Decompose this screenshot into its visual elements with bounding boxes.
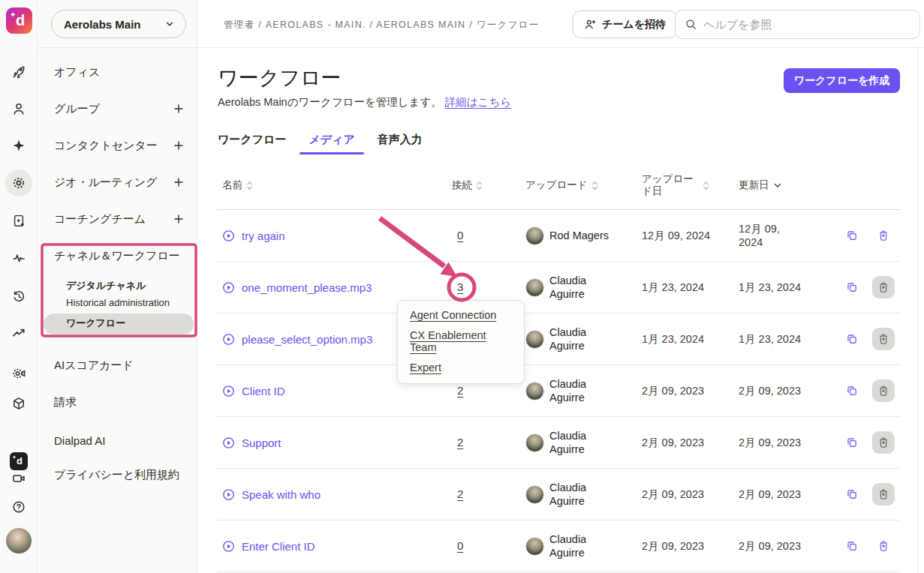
duplicate-button[interactable] (841, 224, 863, 247)
media-name-link[interactable]: Speak with who (242, 488, 321, 501)
org-name: Aerolabs Main (64, 18, 164, 31)
user-icon[interactable] (11, 101, 26, 116)
activity-pulse-icon[interactable] (11, 250, 26, 266)
sparkle-icon: ✦ (12, 454, 17, 460)
org-selector[interactable]: Aerolabs Main (51, 10, 186, 38)
delete-button-disabled (872, 483, 895, 506)
updated-date: 1月 23, 2024 (739, 280, 801, 294)
connections-link[interactable]: 3 (457, 280, 463, 293)
delete-button[interactable] (872, 535, 895, 557)
invite-team-button[interactable]: チームを招待 (573, 10, 677, 38)
sidebar-item-ai-scorecards[interactable]: AIスコアカード (38, 352, 197, 378)
sidebar-item-contact-center[interactable]: コンタクトセンター (38, 133, 197, 158)
duplicate-button[interactable] (841, 431, 863, 454)
breadcrumb: 管理者 / AEROLABS - MAIN. / AEROLABS MAIN /… (224, 19, 540, 32)
column-header-connections[interactable]: 接続 (432, 178, 492, 192)
copy-icon (845, 539, 859, 553)
play-icon[interactable] (222, 436, 235, 449)
duplicate-button[interactable] (841, 380, 863, 402)
help-icon[interactable] (11, 500, 26, 514)
sidebar-item-groups[interactable]: グループ (38, 96, 197, 122)
play-icon[interactable] (222, 333, 235, 346)
history-clock-icon[interactable] (11, 289, 26, 304)
sparkle-nav-icon[interactable] (11, 138, 26, 153)
column-header-upload-date[interactable]: アップロード日 (637, 173, 739, 197)
connections-link[interactable]: 2 (457, 436, 463, 448)
column-header-updated[interactable]: 更新日 (739, 178, 827, 192)
play-icon[interactable] (222, 281, 235, 294)
play-icon[interactable] (222, 540, 235, 553)
user-avatar[interactable] (6, 528, 32, 554)
connections-link[interactable]: 2 (457, 384, 463, 397)
media-name-link[interactable]: please_select_option.mp3 (242, 333, 372, 346)
plus-icon[interactable] (173, 214, 184, 224)
plus-icon[interactable] (173, 140, 184, 151)
coaching-playbook-icon[interactable] (11, 213, 26, 228)
table-row: please_select_option.mp3 Claudia Aguirre… (217, 314, 900, 365)
media-name-link[interactable]: Client ID (242, 385, 285, 398)
upload-date: 2月 09, 2023 (642, 436, 704, 448)
play-icon[interactable] (222, 488, 235, 501)
sidebar-item-geo-routing[interactable]: ジオ・ルーティング (38, 170, 197, 195)
trash-icon (877, 539, 890, 553)
scrollbar-track[interactable] (917, 0, 918, 573)
create-workflow-button[interactable]: ワークフローを作成 (784, 68, 900, 93)
sidebar-subitem-historical-administration[interactable]: Historical administration (38, 297, 197, 308)
tab-bar: ワークフロー メディア 音声入力 (218, 133, 423, 154)
sidebar-item-channels-workflows[interactable]: チャネル＆ワークフロー (38, 243, 197, 268)
video-camera-icon[interactable] (11, 471, 26, 486)
media-name-link[interactable]: Support (242, 436, 281, 449)
tab-media[interactable]: メディア (309, 133, 354, 154)
tab-voice-input[interactable]: 音声入力 (378, 133, 423, 154)
connections-link[interactable]: 0 (457, 539, 463, 552)
uploader-name: Claudia Aguirre (549, 532, 612, 560)
sidebar-item-billing[interactable]: 請求 (38, 389, 197, 415)
rocket-icon[interactable] (11, 64, 26, 80)
dialpad-logo[interactable]: ✦ d (6, 8, 32, 34)
media-name-link[interactable]: one_moment_please.mp3 (242, 281, 372, 294)
billing-box-icon[interactable] (11, 396, 26, 411)
sidebar-subitem-workflows[interactable]: ワークフロー (38, 316, 197, 330)
duplicate-button[interactable] (841, 483, 863, 506)
popup-item-agent-connection[interactable]: Agent Connection (410, 309, 512, 321)
plus-icon[interactable] (173, 104, 184, 114)
popup-item-expert[interactable]: Expert (410, 362, 512, 374)
person-plus-icon (584, 18, 597, 31)
duplicate-button[interactable] (841, 535, 863, 557)
learn-more-link[interactable]: 詳細はこちら (445, 96, 511, 108)
media-name-link[interactable]: try again (242, 230, 285, 242)
uploader-avatar (525, 537, 544, 556)
dialpad-ai-icon[interactable]: ✦ d (10, 452, 28, 470)
search-input[interactable] (703, 18, 910, 31)
sidebar-item-office[interactable]: オフィス (38, 59, 197, 85)
sidebar-item-privacy-terms[interactable]: プライバシーと利用規約 (38, 462, 197, 488)
plus-icon[interactable] (173, 177, 184, 188)
tab-workflows[interactable]: ワークフロー (218, 133, 286, 154)
duplicate-button[interactable] (841, 276, 863, 298)
ai-scorecard-icon[interactable] (11, 366, 26, 381)
popup-item-cx-enablement-team[interactable]: CX Enablement Team (410, 329, 512, 353)
delete-button[interactable] (872, 224, 895, 247)
copy-icon (845, 436, 859, 449)
page-title: ワークフロー (218, 64, 342, 92)
settings-gear-icon[interactable] (11, 176, 26, 190)
media-name-link[interactable]: Enter Client ID (242, 540, 315, 553)
play-icon[interactable] (222, 230, 235, 242)
connections-link[interactable]: 2 (457, 488, 463, 500)
column-header-name[interactable]: 名前 (217, 178, 432, 192)
sidebar-item-coaching-teams[interactable]: コーチングチーム (38, 206, 197, 232)
sidebar-subitem-digital-channels[interactable]: デジタルチャネル (38, 279, 197, 292)
sort-icon (476, 180, 483, 191)
trash-icon (877, 384, 890, 398)
table-row: Enter Client ID 0 Claudia Aguirre 2月 09,… (217, 520, 900, 572)
sidebar-item-dialpad-ai[interactable]: Dialpad AI (38, 428, 197, 453)
media-table: 名前 接続 アップロード アップロード日 更新日 try ag (217, 161, 900, 572)
sort-desc-icon (773, 181, 782, 190)
column-header-uploaded-by[interactable]: アップロード (492, 178, 637, 192)
play-icon[interactable] (222, 385, 235, 398)
connections-popup: Agent Connection CX Enablement Team Expe… (397, 300, 525, 384)
table-row: Client ID 2 Claudia Aguirre 2月 09, 2023 … (217, 365, 900, 417)
duplicate-button[interactable] (841, 328, 863, 350)
trends-icon[interactable] (11, 325, 26, 340)
connections-link[interactable]: 0 (457, 229, 463, 242)
